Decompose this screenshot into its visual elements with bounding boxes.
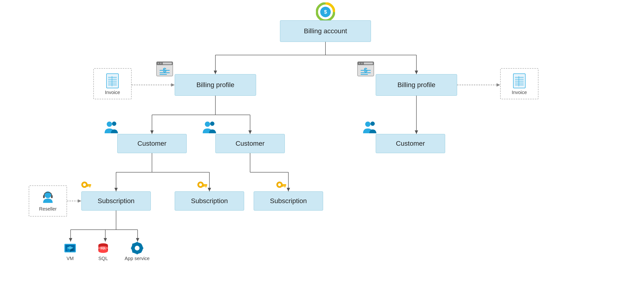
reseller-label: Reseller <box>39 206 56 212</box>
svg-point-81 <box>210 122 214 126</box>
svg-rect-89 <box>87 184 91 186</box>
billing-profile-left-node: Billing profile <box>175 74 256 96</box>
svg-marker-28 <box>171 83 175 86</box>
svg-text:SQL: SQL <box>100 247 106 250</box>
svg-point-79 <box>112 122 116 126</box>
svg-point-78 <box>107 122 112 127</box>
invoice-right-label: Invoice <box>512 90 527 95</box>
customer-1-label: Customer <box>137 140 166 148</box>
billing-profile-right-icon: $ <box>356 59 375 78</box>
billing-account-label: Billing account <box>304 27 347 35</box>
svg-rect-94 <box>203 184 207 186</box>
customer-2-node: Customer <box>216 134 285 153</box>
subscription-3-key-icon <box>274 179 288 193</box>
svg-marker-10 <box>150 130 154 134</box>
svg-rect-99 <box>282 184 286 186</box>
subscription-3-label: Subscription <box>270 197 307 205</box>
svg-rect-101 <box>282 186 284 187</box>
svg-point-49 <box>160 63 162 64</box>
invoice-left-node: Invoice <box>93 68 132 99</box>
billing-profile-left-icon: $ <box>155 59 174 78</box>
invoice-left-label: Invoice <box>105 90 120 95</box>
subscription-3-node: Subscription <box>254 192 323 210</box>
subscription-1-key-icon <box>79 179 93 193</box>
svg-point-57 <box>359 63 360 64</box>
svg-point-48 <box>158 63 159 64</box>
svg-point-82 <box>365 122 370 127</box>
vm-label: VM <box>66 256 74 261</box>
billing-profile-left-label: Billing profile <box>196 81 234 89</box>
billing-profile-right-node: Billing profile <box>376 74 457 96</box>
billing-account-node: Billing account <box>280 20 371 42</box>
svg-marker-15 <box>415 130 418 134</box>
svg-marker-32 <box>78 199 81 203</box>
subscription-1-node: Subscription <box>81 192 151 210</box>
sql-resource: SQL SQL <box>92 239 114 263</box>
diagram: $ Billing account $ Billing profile <box>0 0 644 295</box>
subscription-1-label: Subscription <box>98 197 134 205</box>
svg-point-98 <box>278 183 281 186</box>
customer-2-label: Customer <box>236 140 264 148</box>
svg-point-80 <box>205 122 210 127</box>
sql-label: SQL <box>98 256 108 261</box>
svg-rect-117 <box>142 248 143 249</box>
svg-point-88 <box>83 183 86 186</box>
svg-rect-115 <box>136 252 138 254</box>
vm-resource: VM <box>59 239 81 263</box>
customer-1-node: Customer <box>117 134 187 153</box>
svg-marker-13 <box>248 130 252 134</box>
customer-3-label: Customer <box>396 140 425 148</box>
svg-marker-6 <box>415 70 418 74</box>
subscription-2-node: Subscription <box>175 192 244 210</box>
svg-marker-30 <box>496 83 500 86</box>
svg-rect-96 <box>204 186 204 187</box>
svg-rect-85 <box>43 195 45 198</box>
customer-3-node: Customer <box>376 134 445 153</box>
reseller-node: Reseller <box>29 186 67 216</box>
svg-text:$: $ <box>324 9 327 15</box>
billing-profile-right-label: Billing profile <box>398 81 436 89</box>
svg-rect-100 <box>284 186 286 187</box>
app-service-resource: App service <box>124 239 150 263</box>
svg-rect-59 <box>364 62 373 64</box>
svg-rect-50 <box>163 62 172 64</box>
svg-marker-19 <box>114 188 118 192</box>
svg-marker-3 <box>214 70 217 74</box>
svg-rect-90 <box>89 186 90 187</box>
subscription-2-key-icon <box>195 179 210 193</box>
svg-rect-116 <box>131 248 133 249</box>
svg-rect-95 <box>205 186 206 187</box>
svg-point-93 <box>199 183 202 186</box>
svg-point-83 <box>370 122 375 126</box>
svg-point-58 <box>361 63 362 64</box>
svg-rect-114 <box>136 242 138 244</box>
app-service-label: App service <box>125 256 150 261</box>
svg-rect-91 <box>87 186 88 187</box>
billing-account-icon: $ <box>314 2 338 22</box>
svg-rect-86 <box>51 195 53 198</box>
subscription-2-label: Subscription <box>191 197 228 205</box>
svg-point-113 <box>135 246 140 250</box>
invoice-right-node: Invoice <box>500 68 538 99</box>
